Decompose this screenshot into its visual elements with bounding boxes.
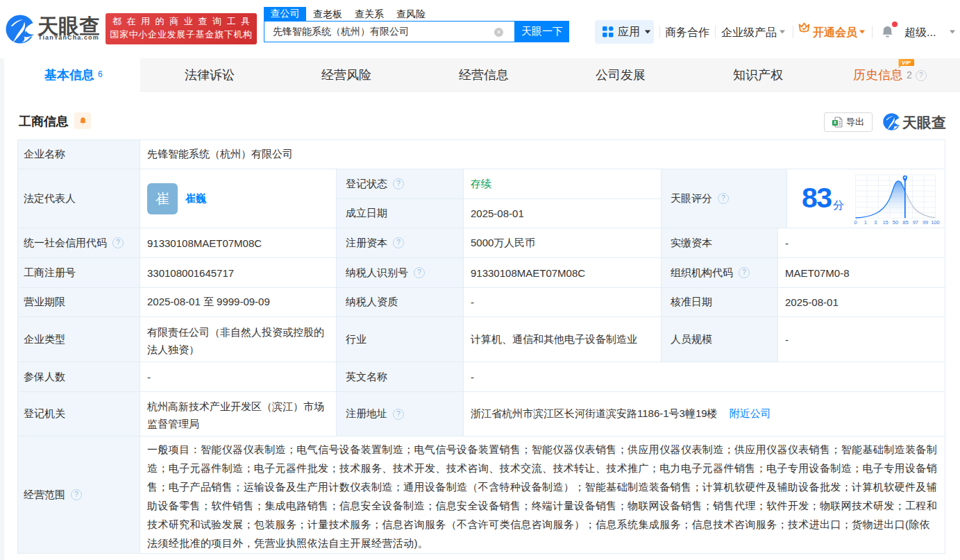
svg-text:15: 15 [882,219,888,226]
svg-text:X: X [834,120,837,125]
svg-text:85: 85 [902,219,908,226]
svg-text:1: 1 [864,219,867,226]
svg-text:0: 0 [854,219,857,226]
svg-text:50: 50 [893,219,898,226]
svg-text:3: 3 [874,219,877,226]
svg-text:99: 99 [923,219,928,226]
svg-text:97: 97 [913,219,918,226]
svg-text:100: 100 [931,219,940,226]
svg-text:VIP: VIP [902,60,911,66]
